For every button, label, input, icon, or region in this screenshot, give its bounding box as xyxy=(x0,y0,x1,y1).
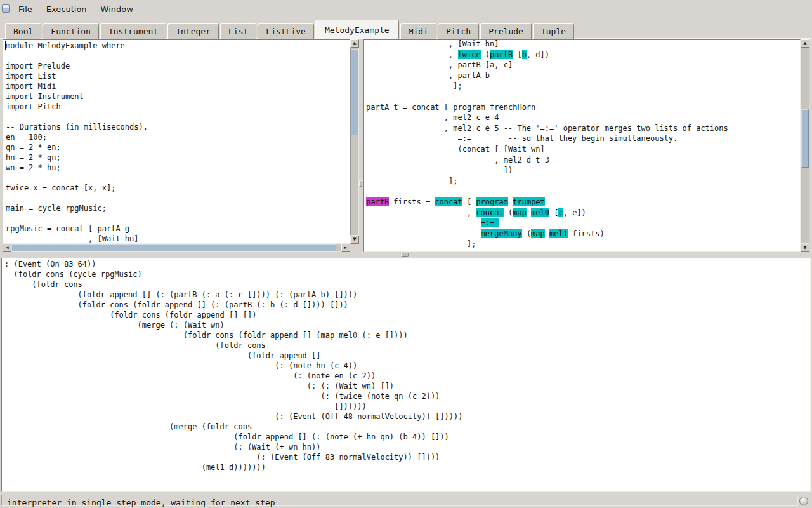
code-line: partA t = concat [ program frenchHorn xyxy=(366,102,800,113)
source-editor-left[interactable]: module MelodyExample where import Prelud… xyxy=(3,39,350,244)
scroll-down-button[interactable]: ▼ xyxy=(350,236,359,244)
scrollbar-thumb[interactable] xyxy=(801,109,809,168)
left-horizontal-scrollbar[interactable]: ◄ ► xyxy=(3,244,350,252)
arrow-down-icon: ▼ xyxy=(803,245,806,250)
statusbar-frame: interpreter in single step mode, waiting… xyxy=(1,495,798,506)
code-line: =:= xyxy=(366,218,800,229)
code-line: mergeMany (map mel1 firsts) xyxy=(366,229,800,239)
scroll-right-button[interactable]: ► xyxy=(341,244,350,252)
menu-window[interactable]: Window xyxy=(94,0,140,18)
tab-midi[interactable]: Midi xyxy=(400,23,436,39)
arrow-left-icon: ◄ xyxy=(5,245,8,250)
tab-melodyexample[interactable]: MelodyExample xyxy=(315,20,399,39)
menu-execution[interactable]: Execution xyxy=(39,0,94,18)
tab-tuple[interactable]: Tuple xyxy=(533,23,574,39)
code-line: , mel2 d t 3 xyxy=(366,155,800,166)
scrollbar-thumb[interactable] xyxy=(351,49,358,135)
app-window-icon xyxy=(2,4,10,13)
tab-instrument[interactable]: Instrument xyxy=(100,23,166,39)
menu-file[interactable]: File xyxy=(11,0,39,18)
tab-integer[interactable]: Integer xyxy=(167,23,219,39)
tab-bool[interactable]: Bool xyxy=(5,23,41,39)
highlight-cyan: b xyxy=(522,50,527,59)
status-message: interpreter in single step mode, waiting… xyxy=(7,498,275,507)
highlight-cyan: =:= xyxy=(481,218,499,227)
code-line: , partB [a, c] xyxy=(366,60,800,70)
highlight-cyan: mel0 xyxy=(531,208,549,217)
arrow-up-icon: ▲ xyxy=(353,41,356,46)
source-code-left: module MelodyExample where import Prelud… xyxy=(3,40,350,244)
code-line xyxy=(366,91,800,102)
right-vertical-scrollbar[interactable]: ▲ ▼ xyxy=(801,39,809,252)
left-vertical-scrollbar[interactable]: ▲ ▼ xyxy=(350,39,359,244)
highlight-cyan: program xyxy=(476,197,508,206)
arrow-down-icon: ▼ xyxy=(353,237,356,242)
code-line: ]) xyxy=(366,165,800,176)
code-line: ]; xyxy=(366,81,800,91)
tab-prelude[interactable]: Prelude xyxy=(480,23,532,39)
scrollbar-thumb[interactable] xyxy=(11,244,336,251)
scroll-up-button[interactable]: ▲ xyxy=(801,39,809,48)
evaluation-trace-pane[interactable]: : (Event (On 83 64)) (foldr cons (cycle … xyxy=(1,258,811,492)
highlight-cyan: map xyxy=(513,208,527,217)
splitter-handle[interactable] xyxy=(359,180,362,187)
scroll-left-button[interactable]: ◄ xyxy=(3,244,11,252)
splitter-handle[interactable] xyxy=(401,253,409,257)
arrow-up-icon: ▲ xyxy=(803,41,806,46)
tab-function[interactable]: Function xyxy=(43,23,99,39)
tab-pitch[interactable]: Pitch xyxy=(438,23,479,39)
menubar: FileExecutionWindow xyxy=(0,0,812,18)
scroll-down-button[interactable]: ▼ xyxy=(801,244,809,252)
highlight-cyan: c xyxy=(558,208,563,217)
code-line: =:= -- so that they begin simultaneously… xyxy=(366,133,800,144)
code-line xyxy=(366,186,800,197)
highlight-cyan: partB xyxy=(490,50,513,59)
code-line: , [Wait hn] xyxy=(366,39,800,50)
code-line: , mel2 c e 5 -- The '=:=' operator merge… xyxy=(366,123,800,134)
code-line: , mel2 c e 4 xyxy=(366,112,800,123)
highlight-magenta: partB xyxy=(366,197,389,206)
highlight-cyan: map xyxy=(531,229,545,238)
statusbar: interpreter in single step mode, waiting… xyxy=(0,493,812,508)
code-line: ]; xyxy=(366,176,800,187)
scroll-up-button[interactable]: ▲ xyxy=(350,39,359,48)
highlight-cyan: trumpet xyxy=(513,197,545,206)
module-tab-bar: BoolFunctionInstrumentIntegerListListLiv… xyxy=(0,19,812,39)
code-line: ]; xyxy=(366,239,800,250)
highlight-cyan: concat xyxy=(435,197,462,206)
pane-splitter-horizontal[interactable] xyxy=(0,252,812,258)
code-line: , twice (partB [b, d]) xyxy=(366,50,800,60)
evaluation-trace-text: : (Event (On 83 64)) (foldr cons (cycle … xyxy=(2,258,810,472)
menubar-items: FileExecutionWindow xyxy=(11,0,140,18)
pane-splitter-vertical[interactable] xyxy=(358,39,363,252)
highlight-cyan: concat xyxy=(476,208,503,217)
tab-list[interactable]: List xyxy=(220,23,256,39)
highlight-cyan: mel1 xyxy=(549,229,568,238)
highlight-cyan: mergeMany xyxy=(481,229,522,238)
tab-listlive[interactable]: ListLive xyxy=(258,23,314,39)
source-editor-right[interactable]: , [Wait hn] , twice (partB [b, d]) , par… xyxy=(363,39,801,252)
arrow-right-icon: ► xyxy=(344,245,347,250)
code-line: , concat (map mel0 [c, e]) xyxy=(366,208,800,218)
highlight-cyan: twice xyxy=(458,50,481,59)
source-code-right: , [Wait hn] , twice (partB [b, d]) , par… xyxy=(364,39,800,250)
text-caret xyxy=(5,41,6,50)
code-line: (concat [ [Wait wn] xyxy=(366,144,800,155)
code-line: partB firsts = concat [ program trumpet xyxy=(366,197,800,208)
resize-grip[interactable] xyxy=(799,497,808,505)
code-line: , partA b xyxy=(366,70,800,81)
